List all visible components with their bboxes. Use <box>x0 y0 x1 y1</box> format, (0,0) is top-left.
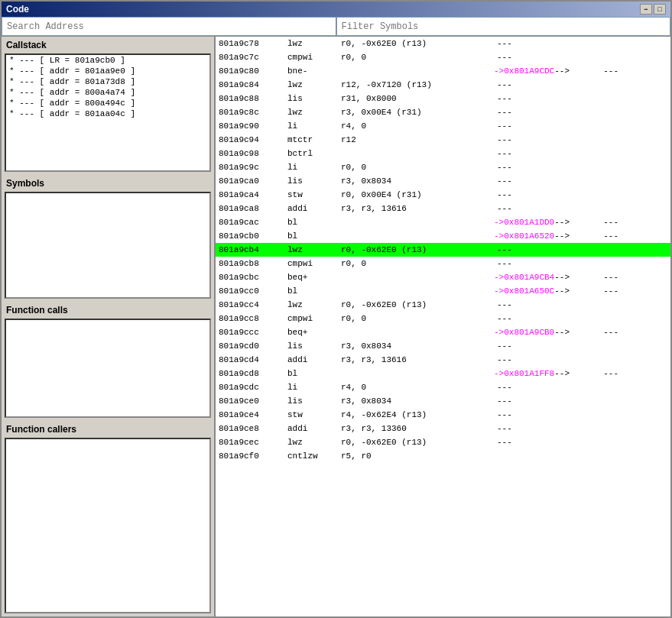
asm-link[interactable]: ->0x801A6520 <box>494 231 554 241</box>
asm-row[interactable]: 801a9cc8 cmpwi r0, 0--- <box>216 312 670 325</box>
asm-row[interactable]: 801a9ce8 addi r3, r3, 13360--- <box>216 422 670 435</box>
title-bar: Code − □ <box>2 2 670 17</box>
asm-address: 801a9cdc <box>219 383 287 392</box>
asm-row[interactable]: 801a9cb0 bl ->0x801A6520 --> --- <box>216 229 670 243</box>
asm-link[interactable]: ->0x801A1DD0 <box>494 218 554 227</box>
asm-mnemonic: beq+ <box>287 328 341 337</box>
asm-row[interactable]: 801a9c88 lis r31, 0x8000--- <box>216 92 670 105</box>
asm-link[interactable]: ->0x801A9CB0 <box>494 328 554 337</box>
asm-row[interactable]: 801a9ca0 lis r3, 0x8034--- <box>216 174 670 188</box>
asm-row[interactable]: 801a9c7c cmpwi r0, 0--- <box>216 50 670 64</box>
asm-comment: --- <box>497 245 512 254</box>
asm-row[interactable]: 801a9c84 lwz r12, -0x7120 (r13)--- <box>216 78 670 92</box>
function-calls-box[interactable] <box>5 319 211 418</box>
callstack-item: * --- [ addr = 801aa9e0 ] <box>6 66 209 76</box>
asm-comment: --- <box>497 39 512 48</box>
asm-arrow: --> <box>554 273 600 282</box>
asm-address: 801a9ca8 <box>219 204 287 213</box>
asm-mnemonic: cmpwi <box>287 314 341 323</box>
asm-row[interactable]: 801a9c90 li r4, 0--- <box>216 119 670 133</box>
asm-comment: --- <box>497 108 512 117</box>
asm-row[interactable]: 801a9cdc li r4, 0--- <box>216 380 670 394</box>
asm-link[interactable]: ->0x801A9CDC <box>494 66 554 76</box>
asm-address: 801a9cbc <box>219 273 287 282</box>
function-callers-box[interactable] <box>5 438 211 613</box>
asm-comment: --- <box>497 383 512 392</box>
search-address-input[interactable] <box>2 17 336 36</box>
callstack-box[interactable]: * --- [ LR = 801a9cb0 ] * --- [ addr = 8… <box>5 53 211 172</box>
asm-row[interactable]: 801a9ce4 stw r4, -0x62E4 (r13)--- <box>216 408 670 422</box>
asm-link[interactable]: ->0x801A9CB4 <box>494 273 554 282</box>
asm-address: 801a9c78 <box>219 39 287 48</box>
asm-ops: r3, 0x8034 <box>341 396 494 406</box>
asm-mnemonic: lis <box>287 341 341 351</box>
asm-address: 801a9cb8 <box>219 259 287 268</box>
callstack-item: * --- [ addr = 801aa04c ] <box>6 108 209 119</box>
asm-address: 801a9c8c <box>219 108 287 117</box>
function-calls-label: Function calls <box>2 302 214 317</box>
asm-comment: --- <box>603 328 618 337</box>
asm-comment: --- <box>497 396 512 406</box>
asm-row[interactable]: 801a9c78 lwz r0, -0x62E0 (r13)--- <box>216 37 670 50</box>
asm-comment: --- <box>497 80 512 89</box>
asm-mnemonic: bne- <box>287 66 341 76</box>
asm-row[interactable]: 801a9cc4 lwz r0, -0x62E0 (r13)--- <box>216 298 670 312</box>
asm-comment: --- <box>497 314 512 323</box>
callstack-item: * --- [ addr = 800a494c ] <box>6 98 209 108</box>
asm-row[interactable]: 801a9cb8 cmpwi r0, 0--- <box>216 257 670 270</box>
asm-address: 801a9cec <box>219 438 287 447</box>
asm-mnemonic: lwz <box>287 300 341 309</box>
asm-ops: r31, 0x8000 <box>341 94 494 103</box>
asm-row[interactable]: 801a9cd8 bl ->0x801A1FF8 --> --- <box>216 367 670 380</box>
asm-row[interactable]: 801a9c98 bctrl --- <box>216 147 670 160</box>
asm-row[interactable]: 801a9cd0 lis r3, 0x8034--- <box>216 339 670 353</box>
asm-row[interactable]: 801a9c9c li r0, 0--- <box>216 160 670 174</box>
asm-arrow: --> <box>554 328 600 337</box>
asm-ops: r0, 0 <box>341 314 494 323</box>
asm-row[interactable]: 801a9cec lwz r0, -0x62E0 (r13)--- <box>216 435 670 449</box>
asm-row[interactable]: 801a9cbc beq+ ->0x801A9CB4 --> --- <box>216 270 670 284</box>
window-title: Code <box>6 4 29 15</box>
maximize-button[interactable]: □ <box>654 4 666 15</box>
asm-ops: r0, 0x00E4 (r31) <box>341 190 494 199</box>
asm-address: 801a9ce4 <box>219 410 287 419</box>
asm-row[interactable]: 801a9cb4 lwz r0, -0x62E0 (r13)--- <box>216 243 670 257</box>
symbols-box[interactable] <box>5 192 211 299</box>
minimize-button[interactable]: − <box>640 4 652 15</box>
asm-row[interactable]: 801a9c80 bne- ->0x801A9CDC --> --- <box>216 64 670 78</box>
symbols-label: Symbols <box>2 175 214 190</box>
asm-link[interactable]: ->0x801A650C <box>494 286 554 296</box>
asm-comment: --- <box>497 135 512 144</box>
asm-ops: r12, -0x7120 (r13) <box>341 80 494 89</box>
asm-row[interactable]: 801a9ca4 stw r0, 0x00E4 (r31)--- <box>216 188 670 202</box>
asm-comment: --- <box>497 355 512 364</box>
asm-row[interactable]: 801a9ce0 lis r3, 0x8034--- <box>216 394 670 408</box>
asm-ops: r0, -0x62E0 (r13) <box>341 300 494 309</box>
asm-row[interactable]: 801a9cc0 bl ->0x801A650C --> --- <box>216 284 670 298</box>
callstack-item: * --- [ LR = 801a9cb0 ] <box>6 55 209 66</box>
asm-arrow: --> <box>554 218 600 227</box>
asm-panel[interactable]: 801a9c78 lwz r0, -0x62E0 (r13)---801a9c7… <box>216 37 670 616</box>
asm-ops: r0, -0x62E0 (r13) <box>341 438 494 447</box>
asm-address: 801a9cb0 <box>219 231 287 241</box>
asm-row[interactable]: 801a9ca8 addi r3, r3, 13616--- <box>216 202 670 215</box>
asm-ops: r3, r3, 13616 <box>341 204 494 213</box>
asm-ops: r4, 0 <box>341 121 494 131</box>
asm-row[interactable]: 801a9ccc beq+ ->0x801A9CB0 --> --- <box>216 325 670 339</box>
asm-address: 801a9c90 <box>219 121 287 131</box>
asm-comment: --- <box>603 218 618 227</box>
asm-address: 801a9ca0 <box>219 176 287 186</box>
symbols-section: Symbols <box>2 175 214 302</box>
asm-row[interactable]: 801a9cf0 cntlzw r5, r0 <box>216 449 670 463</box>
filter-symbols-input[interactable] <box>336 17 671 36</box>
asm-mnemonic: bl <box>287 231 341 241</box>
asm-address: 801a9c9c <box>219 163 287 172</box>
asm-row[interactable]: 801a9c94 mtctr r12--- <box>216 133 670 147</box>
asm-arrow: --> <box>554 369 600 378</box>
asm-row[interactable]: 801a9cd4 addi r3, r3, 13616--- <box>216 353 670 367</box>
asm-row[interactable]: 801a9c8c lwz r3, 0x00E4 (r31)--- <box>216 105 670 119</box>
asm-row[interactable]: 801a9cac bl ->0x801A1DD0 --> --- <box>216 215 670 229</box>
asm-ops: r0, -0x62E0 (r13) <box>341 39 494 48</box>
asm-link[interactable]: ->0x801A1FF8 <box>494 369 554 378</box>
asm-mnemonic: lis <box>287 94 341 103</box>
